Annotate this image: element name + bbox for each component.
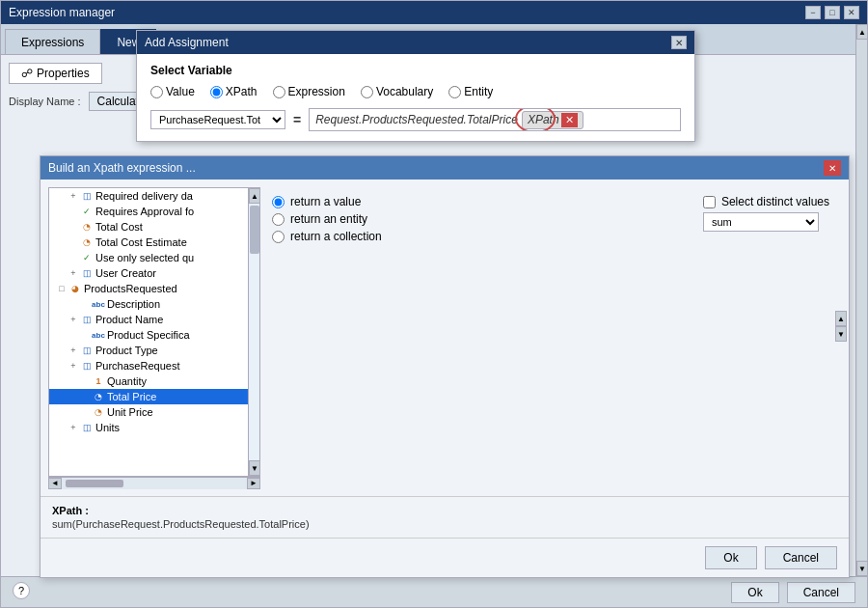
properties-tab[interactable]: ☍ Properties xyxy=(9,63,102,84)
radio-entity: Entity xyxy=(448,85,493,98)
tree-item-description[interactable]: abc Description xyxy=(49,296,259,312)
side-scroll-down[interactable]: ▼ xyxy=(835,326,847,342)
xpath-label: XPath : xyxy=(52,505,837,516)
radio-vocabulary: Vocabulary xyxy=(361,85,433,98)
return-value-input[interactable] xyxy=(272,196,285,208)
xpath-ok-button[interactable]: Ok xyxy=(705,546,756,569)
distinct-checkbox[interactable] xyxy=(703,196,716,208)
icon-abc-productspecifica: abc xyxy=(92,328,105,342)
radio-expression-input[interactable] xyxy=(273,86,285,98)
return-options: return a value return an entity return a… xyxy=(272,195,382,243)
expander-units[interactable]: + xyxy=(67,421,80,434)
add-assignment-dialog: Add Assignment ✕ Select Variable Value X… xyxy=(136,30,695,142)
tree-item-quantity[interactable]: 1 Quantity xyxy=(49,373,259,389)
xpath-content: + ◫ Required delivery da ✓ Requires Appr… xyxy=(41,180,849,496)
tab-expressions[interactable]: Expressions xyxy=(5,29,100,54)
expression-field[interactable]: Request.ProductsRequested.TotalPrice XPa… xyxy=(309,108,681,131)
xpath-cancel-button[interactable]: Cancel xyxy=(765,546,837,569)
remove-xpath-button[interactable]: ✕ xyxy=(561,113,578,127)
expander-purchaserequest2[interactable]: + xyxy=(67,359,80,373)
icon-table-productsrequested: ◕ xyxy=(68,282,82,295)
select-variable-label: Select Variable xyxy=(150,64,681,77)
tree-item-required[interactable]: + ◫ Required delivery da xyxy=(49,188,259,204)
xpath-value: sum(PurchaseRequest.ProductsRequested.To… xyxy=(52,518,837,530)
tree-scrollbar: ▲ ▼ xyxy=(248,188,259,476)
scroll-right-button[interactable]: ► xyxy=(247,478,260,489)
expander-producttype[interactable]: + xyxy=(67,344,80,357)
h-scroll-thumb xyxy=(66,480,123,487)
icon-check-useonlyselected: ✓ xyxy=(80,251,94,264)
icon-dollar-totalprice: ◔ xyxy=(92,390,105,403)
scroll-left-button[interactable]: ◄ xyxy=(48,478,62,489)
xpath-builder: Build an Xpath expression ... ✕ + ◫ Requ… xyxy=(40,155,850,578)
dialog-title: Add Assignment xyxy=(145,36,229,49)
window-controls: − □ ✕ xyxy=(805,6,859,19)
minimize-button[interactable]: − xyxy=(805,6,821,19)
prop-icon: ☍ xyxy=(21,67,33,80)
distinct-checkbox-row: Select distinct values xyxy=(703,195,829,208)
radio-xpath: XPath xyxy=(210,85,258,98)
tree-item-usercreator[interactable]: + ◫ User Creator xyxy=(49,265,259,281)
return-value-radio: return a value xyxy=(272,195,382,208)
main-title-bar: Expression manager − □ ✕ xyxy=(1,1,867,24)
tree-item-unitprice[interactable]: ◔ Unit Price xyxy=(49,404,259,420)
side-scroll-up[interactable]: ▲ xyxy=(835,311,847,326)
maximize-button[interactable]: □ xyxy=(825,6,840,19)
icon-table-producttype: ◫ xyxy=(80,344,94,357)
expander-usercreator[interactable]: + xyxy=(67,266,80,280)
return-entity-radio: return an entity xyxy=(272,212,382,226)
return-entity-input[interactable] xyxy=(272,213,285,226)
expander-productname[interactable]: + xyxy=(67,313,80,326)
tree-item-totalprice[interactable]: ◔ Total Price xyxy=(49,389,259,404)
icon-dollar-totalcostestimate: ◔ xyxy=(80,235,94,249)
xpath-close-button[interactable]: ✕ xyxy=(824,160,841,176)
icon-table-purchaserequest2: ◫ xyxy=(80,359,94,373)
main-scroll-down[interactable]: ▼ xyxy=(856,561,868,576)
icon-abc-description: abc xyxy=(92,297,105,311)
expander-required[interactable]: + xyxy=(67,189,80,203)
tree-scroll-area: + ◫ Required delivery da ✓ Requires Appr… xyxy=(49,188,259,435)
tree-item-productsrequested[interactable]: □ ◕ ProductsRequested xyxy=(49,281,259,296)
tree-panel: + ◫ Required delivery da ✓ Requires Appr… xyxy=(48,187,260,477)
icon-check-requires: ✓ xyxy=(80,205,94,218)
options-row: return a value return an entity return a… xyxy=(272,195,829,243)
tree-item-useonlyselected[interactable]: ✓ Use only selected qu xyxy=(49,250,259,265)
expander-requires xyxy=(67,205,80,218)
tree-item-productspecifica[interactable]: abc Product Specifica xyxy=(49,327,259,343)
bottom-bar: Ok Cancel xyxy=(1,576,867,607)
ok-button[interactable]: Ok xyxy=(731,582,778,603)
scroll-up-button[interactable]: ▲ xyxy=(249,188,260,204)
icon-dollar-unitprice: ◔ xyxy=(92,405,105,419)
variable-select[interactable]: PurchaseRequest.Tot xyxy=(150,110,285,129)
tree-item-totalcost[interactable]: ◔ Total Cost xyxy=(49,219,259,235)
return-collection-input[interactable] xyxy=(272,231,285,243)
icon-table-units: ◫ xyxy=(80,421,94,434)
dialog-close-button[interactable]: ✕ xyxy=(671,36,687,49)
options-panel: return a value return an entity return a… xyxy=(260,187,841,488)
display-name-label: Display Name : xyxy=(9,96,81,107)
return-collection-radio: return a collection xyxy=(272,230,382,243)
distinct-section: Select distinct values sum count avg min… xyxy=(703,195,829,232)
tree-item-purchaserequest2[interactable]: + ◫ PurchaseRequest xyxy=(49,358,259,373)
radio-value-input[interactable] xyxy=(150,86,163,98)
sum-select[interactable]: sum count avg min max xyxy=(703,212,819,232)
cancel-button[interactable]: Cancel xyxy=(787,582,855,603)
radio-value: Value xyxy=(150,85,195,98)
tree-item-totalcostestimate[interactable]: ◔ Total Cost Estimate xyxy=(49,235,259,250)
tree-item-producttype[interactable]: + ◫ Product Type xyxy=(49,343,259,358)
side-scrollbar: ▲ ▼ xyxy=(835,311,849,342)
tree-item-units[interactable]: + ◫ Units xyxy=(49,420,259,435)
main-scroll-up[interactable]: ▲ xyxy=(856,24,868,40)
expander-productsrequested[interactable]: □ xyxy=(55,282,68,295)
radio-entity-input[interactable] xyxy=(448,86,461,98)
main-window-title: Expression manager xyxy=(9,6,115,19)
tree-item-requires[interactable]: ✓ Requires Approval fo xyxy=(49,204,259,219)
scroll-down-button[interactable]: ▼ xyxy=(249,460,260,476)
radio-xpath-input[interactable] xyxy=(210,86,223,98)
radio-vocabulary-input[interactable] xyxy=(361,86,373,98)
tree-item-productname[interactable]: + ◫ Product Name xyxy=(49,312,259,327)
xpath-builder-title-bar: Build an Xpath expression ... ✕ xyxy=(41,156,849,180)
close-button[interactable]: ✕ xyxy=(844,6,859,19)
help-icon[interactable]: ? xyxy=(13,582,30,599)
assignment-row: PurchaseRequest.Tot = Request.ProductsRe… xyxy=(150,108,681,131)
